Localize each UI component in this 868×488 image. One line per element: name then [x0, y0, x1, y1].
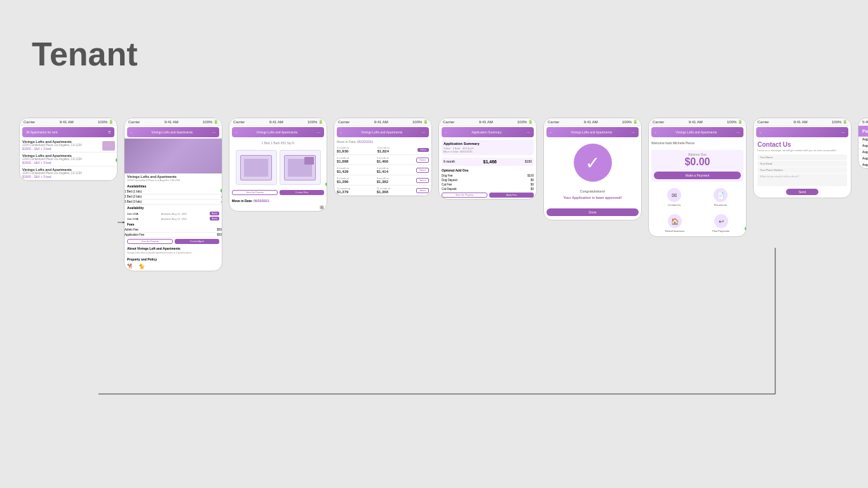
contact-agent-btn[interactable]: Contact Agent — [175, 239, 219, 244]
payment-row-3: August 1 Vinings Lofts and Apartments - … — [858, 149, 868, 156]
rent-amount: $1,466 — [483, 159, 496, 164]
status-bar-5: Carrier 9:41 AM 100% 🔋 — [439, 118, 536, 126]
payment-row-1: August 1 Vinings Lofts and Apartments - … — [858, 137, 868, 143]
lease-header: ‹ Vinings Lofts and Apartments ⋯ — [337, 127, 429, 137]
select-lease-5[interactable]: Select — [416, 188, 429, 193]
approval-checkmark-circle: ✓ — [574, 144, 612, 182]
listing-info-2: Vinings Lofts and Apartments 1234 Cumber… — [20, 152, 117, 166]
apply-btn-1[interactable]: Apply — [210, 212, 219, 215]
lease-option-3: 4 month at $1,429 4 month at $1,414 Sele… — [334, 165, 431, 175]
cat-deposit-label: Cat Deposit — [442, 187, 457, 191]
back-icon-3[interactable]: ‹ — [236, 130, 237, 134]
payment-date-1: August 1 — [862, 138, 868, 141]
floorplan-images — [229, 147, 327, 187]
email-input[interactable] — [757, 161, 847, 166]
filter-icon[interactable]: ☰ — [108, 130, 111, 134]
done-btn[interactable]: Done — [546, 208, 639, 216]
contact-floorplan-btn[interactable]: Contact Now — [280, 190, 324, 195]
balance-box: Balance Due $0.00 Make a Payment — [651, 150, 743, 182]
back-icon-5[interactable]: ‹ — [445, 130, 447, 134]
select-lease-1[interactable]: Select — [417, 148, 429, 152]
sort-icon[interactable]: ⊞ — [320, 205, 324, 210]
battery-3: 100% 🔋 — [308, 119, 323, 124]
chevron-right2-icon[interactable]: › — [221, 195, 222, 198]
listing-item-3[interactable]: Vinings Lofts and Apartments 1234 Cumber… — [20, 166, 117, 180]
documents-icon-item[interactable]: 📄 Documents — [714, 188, 728, 207]
app-fee-label: Application Fee — [125, 233, 144, 236]
menu-icon-2[interactable]: ⋯ — [212, 130, 215, 134]
back-icon-8[interactable]: ‹ — [760, 130, 761, 134]
rental-insurance-icon-item[interactable]: 🏠 Rental Insurance — [665, 214, 684, 233]
admin-fee-row: Admin Fee $50 — [125, 227, 222, 233]
payment-date-2: August 1 — [862, 144, 868, 147]
payment-header: Payment — [858, 126, 868, 137]
floorplan-box-1[interactable] — [236, 150, 277, 185]
name-input[interactable] — [757, 154, 847, 160]
save-property-btn[interactable]: Save the Property — [442, 193, 487, 198]
menu-icon-3[interactable]: ⋯ — [317, 130, 320, 134]
carrier-2: Carrier — [128, 120, 140, 124]
listing-info-3: Vinings Lofts and Apartments 1234 Cumber… — [20, 166, 117, 180]
view-property-btn[interactable]: View the Property — [127, 239, 173, 244]
select-lease-4[interactable]: Select — [416, 178, 429, 183]
rent-details-box: 6 month $1,466 $150 — [442, 158, 534, 166]
floorplan-box-2[interactable] — [280, 150, 321, 185]
menu-icon-6[interactable]: ⋯ — [632, 130, 635, 134]
status-bar-6: Carrier 9:41 AM 100% 🔋 — [544, 118, 641, 126]
contact-us-icon-item[interactable]: ✉ Contact Us — [667, 188, 681, 207]
back-icon-6[interactable]: ‹ — [550, 130, 552, 134]
contact-title: Contact Us — [754, 139, 851, 148]
cat-fee-value: $0 — [531, 183, 534, 186]
view-floorplan-btn[interactable]: View the Property — [232, 190, 278, 195]
past-payments-icon-item[interactable]: ↩ Past Payments — [712, 214, 729, 233]
time-4: 9:41 AM — [374, 120, 388, 124]
apply-now-btn[interactable]: Apply Now — [489, 193, 534, 198]
lease-term-2: 3 month at $1,888 — [337, 156, 349, 163]
contact-us-label: Contact Us — [667, 203, 681, 207]
beds3-label: 3 Bed (3 bds) — [125, 200, 142, 203]
rent-row: 6 month $1,466 $150 — [444, 159, 532, 164]
chevron-right3-icon[interactable]: › — [221, 200, 222, 203]
battery-7: 100% 🔋 — [727, 119, 742, 124]
screen-payment: 5:46 🔋 Payment August 1 Vinings Lofts an… — [858, 118, 868, 169]
contact-subtitle: Leave us a message, we will get contact … — [754, 148, 851, 154]
carrier-9: 5:46 — [862, 120, 868, 124]
message-input[interactable]: What do you want to tell us about? — [757, 173, 847, 186]
payment-date-3: August 1 — [862, 151, 868, 154]
select-lease-2[interactable]: Select — [416, 158, 429, 163]
approval-header: ‹ Vinings Lofts and Apartments ⋯ — [546, 127, 639, 137]
connector-dot-2 — [220, 188, 222, 193]
make-payment-btn[interactable]: Make a Payment — [654, 172, 741, 179]
carrier-1: Carrier — [24, 120, 35, 124]
admin-fee-value: $50 — [217, 228, 222, 231]
beds2-row: 2 Bed (2 bds) › — [125, 194, 222, 200]
approval-title: Vinings Lofts and Apartments — [571, 130, 612, 134]
phone-input[interactable] — [757, 167, 847, 173]
detail-title: Vinings Lofts and Apartments — [151, 130, 193, 134]
back-icon-2[interactable]: ‹ — [131, 130, 132, 134]
lease-term-3: 4 month at $1,429 — [337, 166, 349, 173]
menu-icon-5[interactable]: ⋯ — [527, 130, 530, 134]
listing-item-2[interactable]: Vinings Lofts and Apartments 1234 Cumber… — [20, 152, 117, 166]
listing-item-1[interactable]: Vinings Lofts and Apartments 1234 Cumber… — [20, 139, 117, 152]
status-bar-1: Carrier 9:41 AM 100% 🔋 — [20, 118, 117, 126]
select-lease-3[interactable]: Select — [416, 168, 429, 173]
balance-amount: $0.00 — [654, 156, 741, 168]
back-icon-7[interactable]: ‹ — [655, 130, 656, 134]
summary-title: Application Summary — [471, 130, 501, 134]
status-bar-8: Carrier 9:41 AM 100% 🔋 — [754, 118, 851, 126]
menu-icon-7[interactable]: ⋯ — [736, 130, 740, 134]
lease-term-2b: 3 month at $1,466 — [377, 156, 389, 163]
lease-options-list: 3 month at $1,930 3 month at $1,824 Sele… — [334, 145, 431, 196]
back-icon-4[interactable]: ‹ — [341, 130, 342, 134]
summary-header: ‹ Application Summary ⋯ — [442, 127, 534, 137]
dog-fee-value: $100 — [527, 174, 534, 177]
beds-label: 1 Bed (1 bds) — [125, 190, 142, 193]
menu-icon-8[interactable]: ⋯ — [841, 130, 844, 134]
contact-header: ‹ ⋯ — [756, 127, 848, 137]
unit-1: Unit 123A — [127, 212, 139, 215]
apply-btn-2[interactable]: Apply — [210, 217, 219, 220]
send-button[interactable]: Send — [786, 189, 819, 195]
rental-insurance-label: Rental Insurance — [665, 229, 684, 233]
menu-icon-4[interactable]: ⋯ — [422, 130, 425, 134]
